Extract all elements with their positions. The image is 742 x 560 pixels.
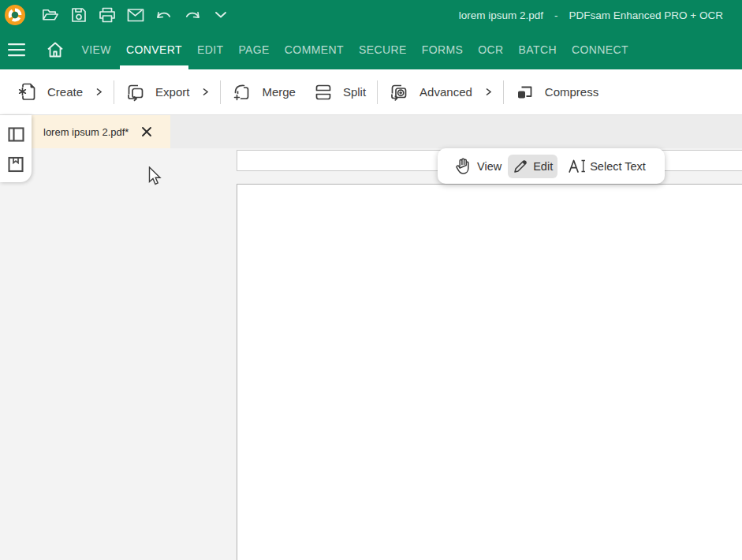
- menu-item-page[interactable]: PAGE: [232, 30, 275, 69]
- mail-icon[interactable]: [126, 4, 145, 26]
- export-button[interactable]: Export: [125, 82, 209, 103]
- view-mode-button[interactable]: View: [450, 153, 506, 179]
- advanced-label: Advanced: [419, 85, 472, 99]
- title-separator: -: [554, 9, 558, 21]
- menu-items: VIEW CONVERT EDIT PAGE COMMENT SECURE FO…: [74, 30, 636, 69]
- create-submenu-chevron-icon: [95, 87, 103, 97]
- bookmark-icon[interactable]: [7, 155, 24, 173]
- document-title: lorem ipsum 2.pdf: [459, 9, 543, 21]
- advanced-icon: [389, 82, 410, 103]
- print-icon[interactable]: [98, 4, 117, 26]
- advanced-submenu-chevron-icon: [485, 87, 492, 97]
- viewer-mode-toolbar: View Edit Select Text: [438, 148, 665, 184]
- panels-icon[interactable]: [7, 126, 24, 144]
- app-name: PDFsam Enhanced PRO + OCR: [569, 9, 723, 21]
- menu-item-convert[interactable]: CONVERT: [120, 30, 188, 69]
- compress-icon: [515, 82, 535, 103]
- export-label: Export: [155, 85, 189, 99]
- undo-icon[interactable]: [155, 4, 173, 26]
- action-toolbar: Create Export Merge Split: [0, 69, 742, 115]
- open-folder-icon[interactable]: [41, 4, 60, 26]
- select-text-label: Select Text: [590, 160, 646, 173]
- save-icon[interactable]: [69, 4, 88, 26]
- menu-item-edit[interactable]: EDIT: [191, 30, 230, 69]
- toolbar-separator: [377, 80, 378, 104]
- toolbar-separator: [503, 80, 504, 104]
- document-tab[interactable]: lorem ipsum 2.pdf*: [30, 115, 170, 148]
- menu-item-forms[interactable]: FORMS: [416, 30, 470, 69]
- edit-mode-label: Edit: [533, 160, 553, 173]
- hamburger-menu-icon[interactable]: [4, 30, 29, 69]
- toolbar-separator: [220, 80, 221, 104]
- menu-item-comment[interactable]: COMMENT: [278, 30, 350, 69]
- select-text-icon: [569, 159, 587, 173]
- create-label: Create: [47, 85, 83, 99]
- menu-item-connect[interactable]: CONNECT: [565, 30, 635, 69]
- document-tab-bar: lorem ipsum 2.pdf*: [0, 115, 742, 148]
- chevron-down-icon[interactable]: [211, 4, 230, 26]
- main-area: View Edit Select Text: [0, 148, 742, 560]
- export-icon: [125, 82, 146, 103]
- menu-item-ocr[interactable]: OCR: [472, 30, 509, 69]
- pdfsam-logo: [4, 4, 26, 26]
- window-title: lorem ipsum 2.pdf - PDFsam Enhanced PRO …: [459, 0, 723, 30]
- merge-icon: [232, 82, 252, 103]
- home-icon[interactable]: [43, 30, 68, 69]
- side-panel: [0, 115, 32, 182]
- tab-title: lorem ipsum 2.pdf*: [43, 126, 129, 138]
- hand-icon: [455, 157, 472, 175]
- compress-button[interactable]: Compress: [515, 82, 598, 103]
- compress-label: Compress: [545, 85, 598, 99]
- view-mode-label: View: [477, 160, 502, 173]
- pencil-icon: [513, 159, 528, 174]
- merge-button[interactable]: Merge: [232, 82, 296, 103]
- tab-close-icon[interactable]: [140, 125, 154, 139]
- split-button[interactable]: Split: [313, 82, 366, 103]
- menu-bar: VIEW CONVERT EDIT PAGE COMMENT SECURE FO…: [0, 30, 742, 69]
- select-text-button[interactable]: Select Text: [564, 155, 651, 177]
- document-page: [237, 184, 742, 560]
- menu-item-secure[interactable]: SECURE: [352, 30, 413, 69]
- title-bar: lorem ipsum 2.pdf - PDFsam Enhanced PRO …: [0, 0, 742, 30]
- menu-item-view[interactable]: VIEW: [76, 30, 117, 69]
- merge-label: Merge: [262, 85, 296, 99]
- toolbar-separator: [114, 80, 114, 104]
- split-icon: [313, 82, 334, 103]
- create-button[interactable]: Create: [17, 81, 103, 103]
- menu-item-batch[interactable]: BATCH: [513, 30, 563, 69]
- create-icon: [17, 81, 38, 103]
- mouse-cursor: [148, 166, 164, 187]
- edit-mode-button[interactable]: Edit: [508, 155, 557, 178]
- export-submenu-chevron-icon: [202, 87, 209, 97]
- redo-icon[interactable]: [183, 4, 202, 26]
- advanced-button[interactable]: Advanced: [389, 82, 492, 103]
- split-label: Split: [343, 85, 366, 99]
